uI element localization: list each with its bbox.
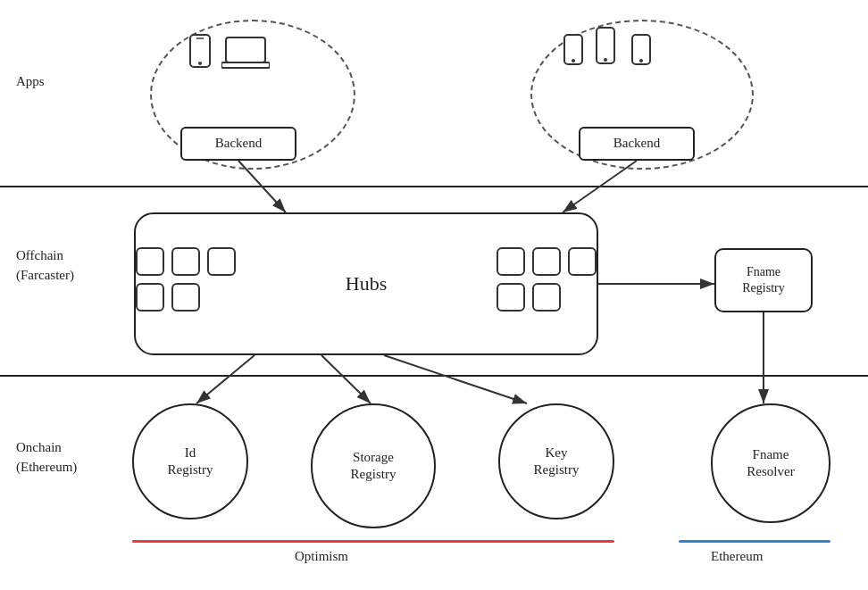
backend-label-right: Backend	[613, 135, 660, 153]
onchain-layer-label: Onchain(Ethereum)	[16, 437, 77, 478]
hub-sq-6	[497, 247, 525, 276]
svg-line-15	[196, 355, 255, 403]
svg-line-16	[321, 355, 371, 403]
divider-apps-offchain	[0, 186, 868, 187]
divider-offchain-onchain	[0, 375, 868, 377]
hub-sq-4	[136, 283, 164, 312]
svg-rect-4	[221, 62, 270, 68]
hubs-label: Hubs	[346, 271, 387, 297]
apps-layer-label: Apps	[16, 71, 45, 91]
optimism-line	[132, 540, 614, 543]
fname-registry-box: FnameRegistry	[714, 248, 813, 312]
storage-registry-circle: StorageRegistry	[311, 403, 436, 528]
backend-button-left[interactable]: Backend	[180, 127, 296, 161]
svg-rect-3	[226, 37, 265, 62]
svg-line-17	[384, 355, 527, 403]
device-phone-left	[188, 34, 213, 77]
backend-button-right[interactable]: Backend	[579, 127, 695, 161]
fname-resolver-label: FnameResolver	[747, 446, 794, 481]
device-phone-right1	[563, 34, 584, 73]
id-registry-circle: IdRegistry	[132, 403, 248, 519]
hub-sq-1	[136, 247, 164, 276]
svg-point-8	[604, 58, 607, 62]
optimism-label: Optimism	[295, 548, 348, 566]
backend-label-left: Backend	[215, 135, 262, 153]
id-registry-label: IdRegistry	[168, 445, 213, 479]
fname-registry-label: FnameRegistry	[742, 264, 784, 296]
device-phone-right3	[630, 34, 652, 73]
hub-sq-8	[568, 247, 597, 276]
hub-sq-3	[207, 247, 236, 276]
svg-point-1	[198, 62, 202, 65]
ethereum-label: Ethereum	[711, 548, 763, 566]
key-registry-label: KeyRegistry	[534, 445, 580, 479]
key-registry-circle: KeyRegistry	[498, 403, 614, 519]
device-laptop-left	[221, 36, 270, 75]
hub-sq-9	[497, 283, 525, 312]
svg-point-6	[572, 59, 575, 62]
diagram-container: Apps Offchain(Farcaster) Onchain(Ethereu…	[0, 0, 868, 590]
hub-sq-2	[171, 247, 200, 276]
fname-resolver-circle: FnameResolver	[711, 403, 830, 523]
hub-sq-10	[532, 283, 561, 312]
hubs-box: Hubs	[134, 212, 598, 355]
svg-point-10	[639, 59, 643, 62]
storage-registry-label: StorageRegistry	[351, 449, 396, 484]
hub-sq-5	[171, 283, 200, 312]
offchain-layer-label: Offchain(Farcaster)	[16, 245, 74, 286]
device-phone-right2	[595, 27, 616, 73]
hub-sq-7	[532, 247, 561, 276]
ethereum-line	[679, 540, 830, 543]
